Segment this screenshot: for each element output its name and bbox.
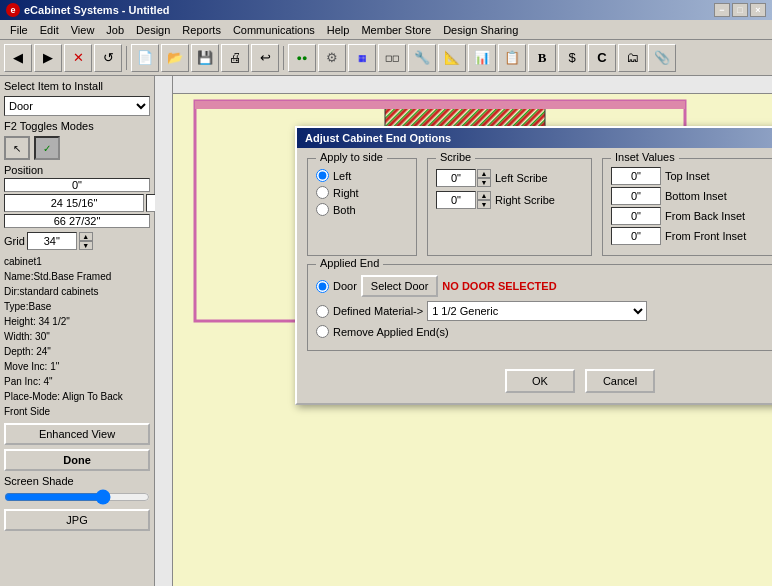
- radio-right[interactable]: [316, 186, 329, 199]
- bottom-inset-label: Bottom Inset: [665, 190, 727, 202]
- main-layout: Select Item to Install Door F2 Toggles M…: [0, 76, 772, 586]
- cabinet-info: cabinet1 Name:Std.Base Framed Dir:standa…: [4, 254, 150, 419]
- bottom-inset-input[interactable]: [611, 187, 661, 205]
- tool12[interactable]: 🗂: [618, 44, 646, 72]
- radio-both[interactable]: [316, 203, 329, 216]
- grid-up[interactable]: ▲: [79, 232, 93, 241]
- tool6[interactable]: 📐: [438, 44, 466, 72]
- radio-both-row: Both: [316, 203, 408, 216]
- front-inset-input[interactable]: [611, 227, 661, 245]
- cancel-button[interactable]: Cancel: [585, 369, 655, 393]
- dialog-body: Apply to side Left Right Both: [297, 148, 772, 361]
- top-inset-input[interactable]: [611, 167, 661, 185]
- close-btn[interactable]: ×: [750, 3, 766, 17]
- back-inset-row: From Back Inset: [611, 207, 772, 225]
- menu-design[interactable]: Design: [130, 22, 176, 38]
- radio-door[interactable]: [316, 280, 329, 293]
- position-input1[interactable]: [4, 178, 150, 192]
- jpg-button[interactable]: JPG: [4, 509, 150, 531]
- top-inset-row: Top Inset: [611, 167, 772, 185]
- refresh-btn[interactable]: ↺: [94, 44, 122, 72]
- done-button[interactable]: Done: [4, 449, 150, 471]
- menu-help[interactable]: Help: [321, 22, 356, 38]
- inset-title: Inset Values: [611, 151, 679, 163]
- material-select[interactable]: 1 1/2 Generic: [427, 301, 647, 321]
- cabinet-side: Front Side: [4, 404, 150, 419]
- left-scribe-up[interactable]: ▲: [477, 169, 491, 178]
- radio-defined-label: Defined Material->: [333, 305, 423, 317]
- screen-shade-label: Screen Shade: [4, 475, 150, 487]
- position-input2[interactable]: [4, 194, 144, 212]
- undo-btn[interactable]: ↩: [251, 44, 279, 72]
- right-scribe-row: ▲ ▼ Right Scribe: [436, 191, 583, 209]
- defined-radio-row: Defined Material-> 1 1/2 Generic: [316, 301, 772, 321]
- new-btn[interactable]: 📄: [131, 44, 159, 72]
- right-scribe-down[interactable]: ▼: [477, 200, 491, 209]
- screen-shade-slider[interactable]: [4, 489, 150, 505]
- tool13[interactable]: 📎: [648, 44, 676, 72]
- tool8[interactable]: 📋: [498, 44, 526, 72]
- menu-view[interactable]: View: [65, 22, 101, 38]
- ok-button[interactable]: OK: [505, 369, 575, 393]
- tool9[interactable]: B: [528, 44, 556, 72]
- enhanced-view-button[interactable]: Enhanced View: [4, 423, 150, 445]
- back-btn[interactable]: ◀: [4, 44, 32, 72]
- tool10[interactable]: $: [558, 44, 586, 72]
- select-door-button[interactable]: Select Door: [361, 275, 438, 297]
- dialog-title-text: Adjust Cabinet End Options: [305, 132, 451, 144]
- maximize-btn[interactable]: □: [732, 3, 748, 17]
- right-scribe-input[interactable]: [436, 191, 476, 209]
- menu-edit[interactable]: Edit: [34, 22, 65, 38]
- menu-job[interactable]: Job: [100, 22, 130, 38]
- tool7[interactable]: 📊: [468, 44, 496, 72]
- top-inset-label: Top Inset: [665, 170, 710, 182]
- tool1[interactable]: ●●: [288, 44, 316, 72]
- tool3[interactable]: ▦: [348, 44, 376, 72]
- drawing-area: 24" 30" Adjust Cabinet End Options × App…: [155, 76, 772, 586]
- menu-file[interactable]: File: [4, 22, 34, 38]
- inset-group: Inset Values Top Inset Bottom Inset From…: [602, 158, 772, 256]
- right-scribe-up[interactable]: ▲: [477, 191, 491, 200]
- forward-btn[interactable]: ▶: [34, 44, 62, 72]
- svg-rect-4: [195, 101, 685, 109]
- app-title: eCabinet Systems - Untitled: [24, 4, 169, 16]
- tool11[interactable]: C: [588, 44, 616, 72]
- left-panel: Select Item to Install Door F2 Toggles M…: [0, 76, 155, 586]
- cabinet-dir: Dir:standard cabinets: [4, 284, 150, 299]
- open-btn[interactable]: 📂: [161, 44, 189, 72]
- save-btn[interactable]: 💾: [191, 44, 219, 72]
- cabinet-height: Height: 34 1/2": [4, 314, 150, 329]
- pointer-toggle[interactable]: ↖: [4, 136, 30, 160]
- grid-down[interactable]: ▼: [79, 241, 93, 250]
- adjust-dialog: Adjust Cabinet End Options × Apply to si…: [295, 126, 772, 405]
- applied-end-group: Applied End Door Select Door NO DOOR SEL…: [307, 264, 772, 351]
- screen-shade-section: Screen Shade: [4, 475, 150, 505]
- slider-row: [4, 489, 150, 505]
- left-scribe-input[interactable]: [436, 169, 476, 187]
- select-item-dropdown[interactable]: Door: [4, 96, 150, 116]
- back-inset-input[interactable]: [611, 207, 661, 225]
- tool5[interactable]: 🔧: [408, 44, 436, 72]
- left-scribe-row: ▲ ▼ Left Scribe: [436, 169, 583, 187]
- menu-reports[interactable]: Reports: [176, 22, 227, 38]
- grid-input[interactable]: [27, 232, 77, 250]
- position-label: Position: [4, 164, 150, 176]
- applied-end-title: Applied End: [316, 257, 383, 269]
- stop-btn[interactable]: ✕: [64, 44, 92, 72]
- mode-toggle[interactable]: ✓: [34, 136, 60, 160]
- print-btn[interactable]: 🖨: [221, 44, 249, 72]
- radio-remove[interactable]: [316, 325, 329, 338]
- tool4[interactable]: ◻◻: [378, 44, 406, 72]
- minimize-btn[interactable]: −: [714, 3, 730, 17]
- title-bar: e eCabinet Systems - Untitled − □ ×: [0, 0, 772, 20]
- left-scribe-down[interactable]: ▼: [477, 178, 491, 187]
- menu-communications[interactable]: Communications: [227, 22, 321, 38]
- radio-defined[interactable]: [316, 305, 329, 318]
- tool2[interactable]: ⚙: [318, 44, 346, 72]
- menu-member-store[interactable]: Member Store: [355, 22, 437, 38]
- back-inset-label: From Back Inset: [665, 210, 745, 222]
- menu-design-sharing[interactable]: Design Sharing: [437, 22, 524, 38]
- radio-left[interactable]: [316, 169, 329, 182]
- apply-side-title: Apply to side: [316, 151, 387, 163]
- position-input4[interactable]: [4, 214, 150, 228]
